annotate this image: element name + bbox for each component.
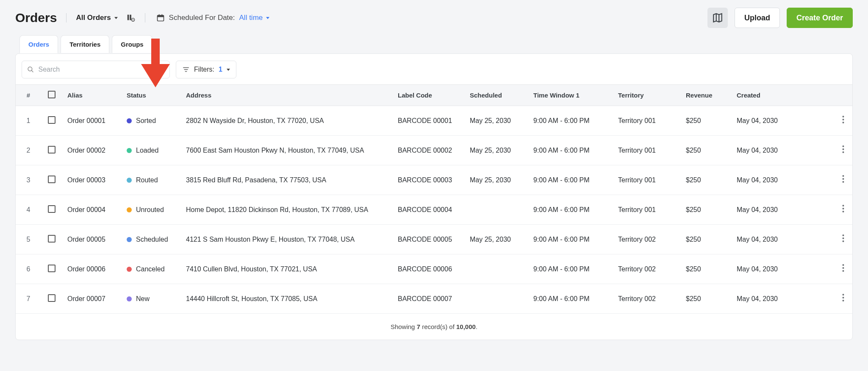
table-row[interactable]: 6 Order 00006 Canceled 7410 Cullen Blvd,… — [16, 254, 852, 284]
status-text: New — [136, 295, 150, 303]
kebab-icon — [842, 204, 844, 213]
filters-count: 1 — [219, 66, 222, 73]
tab-groups[interactable]: Groups — [112, 35, 152, 53]
row-actions-menu[interactable] — [834, 136, 852, 165]
page-title: Orders — [15, 11, 57, 25]
col-address[interactable]: Address — [181, 85, 393, 106]
cell-territory: Territory 001 — [613, 136, 681, 165]
table-row[interactable]: 7 Order 00007 New 14440 Hillcroft St, Ho… — [16, 284, 852, 314]
row-actions-menu[interactable] — [834, 225, 852, 254]
cell-scheduled: May 25, 2030 — [465, 165, 528, 195]
kebab-icon — [842, 264, 844, 272]
row-checkbox[interactable] — [48, 294, 55, 302]
orders-panel: Filters: 1 # Alias Status Address — [15, 53, 853, 340]
col-checkbox — [41, 85, 62, 106]
status-dot-icon — [127, 267, 132, 272]
row-checkbox[interactable] — [48, 176, 55, 183]
row-checkbox[interactable] — [48, 146, 55, 153]
col-alias[interactable]: Alias — [62, 85, 122, 106]
svg-point-32 — [842, 294, 844, 296]
footer-suffix: . — [476, 323, 477, 330]
tab-orders[interactable]: Orders — [19, 35, 58, 53]
kebab-icon — [842, 175, 844, 183]
row-actions-menu[interactable] — [834, 165, 852, 195]
cell-status: Sorted — [122, 106, 181, 136]
upload-button[interactable]: Upload — [735, 8, 780, 28]
row-number: 5 — [16, 225, 41, 254]
all-orders-label: All Orders — [76, 14, 111, 22]
row-checkbox[interactable] — [48, 265, 55, 272]
row-actions-menu[interactable] — [834, 254, 852, 284]
cell-revenue: $250 — [681, 225, 732, 254]
cell-territory: Territory 001 — [613, 165, 681, 195]
table-row[interactable]: 3 Order 00003 Routed 3815 Red Bluff Rd, … — [16, 165, 852, 195]
svg-point-28 — [842, 240, 844, 242]
svg-rect-6 — [158, 14, 159, 16]
svg-point-25 — [842, 211, 844, 212]
col-time-window[interactable]: Time Window 1 — [528, 85, 613, 106]
all-orders-dropdown[interactable]: All Orders — [76, 14, 117, 22]
svg-point-20 — [842, 175, 844, 177]
search-input-wrap[interactable] — [22, 61, 170, 78]
svg-point-16 — [842, 122, 844, 123]
svg-point-34 — [842, 300, 844, 301]
cell-address: 3815 Red Bluff Rd, Pasadena, TX 77503, U… — [181, 165, 393, 195]
col-scheduled[interactable]: Scheduled — [465, 85, 528, 106]
table-row[interactable]: 1 Order 00001 Sorted 2802 N Wayside Dr, … — [16, 106, 852, 136]
tab-territories[interactable]: Territories — [61, 35, 109, 53]
row-number: 6 — [16, 254, 41, 284]
cell-revenue: $250 — [681, 136, 732, 165]
map-button[interactable] — [707, 8, 728, 28]
cell-time-window: 9:00 AM - 6:00 PM — [528, 106, 613, 136]
col-status[interactable]: Status — [122, 85, 181, 106]
cell-status: Scheduled — [122, 225, 181, 254]
status-dot-icon — [127, 237, 132, 242]
cell-status: Canceled — [122, 254, 181, 284]
svg-line-10 — [31, 70, 33, 72]
cell-label-code: BARCODE 00003 — [393, 165, 465, 195]
svg-point-27 — [842, 237, 844, 239]
row-checkbox[interactable] — [48, 116, 55, 124]
filters-dropdown[interactable]: Filters: 1 — [176, 61, 236, 78]
table-row[interactable]: 4 Order 00004 Unrouted Home Depot, 11820… — [16, 195, 852, 225]
map-icon — [712, 12, 723, 23]
scheduled-date-dropdown[interactable]: All time — [239, 14, 270, 22]
select-all-checkbox[interactable] — [48, 91, 55, 98]
row-checkbox[interactable] — [48, 235, 55, 243]
cell-revenue: $250 — [681, 165, 732, 195]
row-actions-menu[interactable] — [834, 106, 852, 136]
col-revenue[interactable]: Revenue — [681, 85, 732, 106]
cell-revenue: $250 — [681, 195, 732, 225]
row-actions-menu[interactable] — [834, 284, 852, 314]
kebab-icon — [842, 234, 844, 243]
row-actions-menu[interactable] — [834, 195, 852, 225]
svg-point-22 — [842, 181, 844, 183]
cell-label-code: BARCODE 00002 — [393, 136, 465, 165]
cell-scheduled: May 25, 2030 — [465, 136, 528, 165]
status-text: Loaded — [136, 147, 158, 154]
chevron-down-icon — [227, 69, 230, 71]
cell-revenue: $250 — [681, 106, 732, 136]
col-label-code[interactable]: Label Code — [393, 85, 465, 106]
cell-alias: Order 00003 — [62, 165, 122, 195]
search-input[interactable] — [39, 66, 164, 73]
cell-address: 4121 S Sam Houston Pkwy E, Houston, TX 7… — [181, 225, 393, 254]
scheduled-date-value: All time — [239, 14, 263, 22]
calendar-icon — [156, 14, 165, 22]
cell-revenue: $250 — [681, 284, 732, 314]
status-dot-icon — [127, 148, 132, 153]
table-row[interactable]: 5 Order 00005 Scheduled 4121 S Sam Houst… — [16, 225, 852, 254]
status-text: Sorted — [136, 117, 156, 125]
footer-prefix: Showing — [391, 323, 417, 330]
row-checkbox[interactable] — [48, 205, 55, 213]
columns-settings-icon[interactable] — [126, 13, 136, 22]
cell-label-code: BARCODE 00005 — [393, 225, 465, 254]
cell-alias: Order 00004 — [62, 195, 122, 225]
svg-point-26 — [842, 234, 844, 236]
col-created[interactable]: Created — [732, 85, 834, 106]
create-order-button[interactable]: Create Order — [787, 8, 853, 28]
col-territory[interactable]: Territory — [613, 85, 681, 106]
svg-rect-1 — [130, 15, 131, 20]
col-number[interactable]: # — [16, 85, 41, 106]
table-row[interactable]: 2 Order 00002 Loaded 7600 East Sam Houst… — [16, 136, 852, 165]
